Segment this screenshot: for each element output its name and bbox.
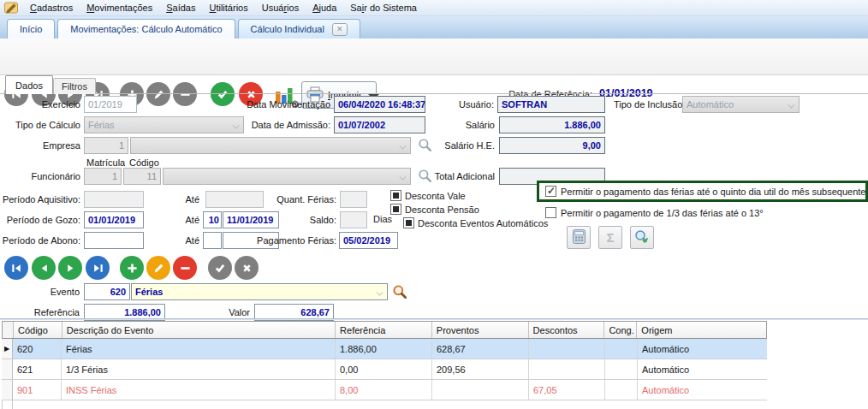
tab-dados[interactable]: Dados — [5, 75, 53, 94]
grid-cell-referencia[interactable]: 8,00 — [336, 380, 432, 400]
app-window: CadastrosMovimentaçõesSaídasUtilitáriosU… — [0, 0, 868, 409]
event-nav-next-button[interactable] — [58, 256, 82, 280]
grid-cell-referencia[interactable]: 0,00 — [336, 359, 432, 379]
chevron-down-icon — [788, 102, 795, 107]
funcionario-select[interactable] — [163, 168, 411, 185]
grid-column-header-descontos[interactable]: Descontos — [529, 322, 605, 338]
preview-report-button[interactable] — [630, 226, 654, 249]
salario-he-field: 9,00 — [499, 137, 605, 154]
empresa-select[interactable] — [130, 137, 411, 154]
grid-cell-descricao[interactable]: 1/3 Férias — [62, 359, 336, 379]
doc-tab-movimenta-es-c-lculo-autom-tico[interactable]: Movimentações: Cálculo Automático — [57, 19, 235, 39]
tipo-inclusao-select[interactable]: Automático — [682, 96, 800, 113]
grid-cell-descricao[interactable]: INSS Férias — [62, 380, 336, 400]
tab-filtros[interactable]: Filtros — [53, 78, 96, 94]
ate-label: Até — [171, 235, 199, 246]
event-add-button[interactable] — [120, 256, 144, 280]
grid-cell-descricao[interactable]: Férias — [62, 339, 336, 359]
row-selector-cell[interactable] — [2, 380, 13, 400]
quant-ferias-label: Quant. Férias: — [257, 194, 336, 204]
grid-selector-column-tail — [2, 400, 13, 409]
grid-cell-descontos[interactable] — [529, 339, 605, 359]
menu-item-utilit-rios[interactable]: Utilitários — [202, 2, 254, 14]
periodo-abono-label: Período de Abono: — [0, 235, 80, 246]
gozo-dias-field[interactable]: 10 — [203, 211, 222, 228]
event-nav-prev-button[interactable] — [32, 256, 56, 280]
funcionario-matricula-field[interactable]: 1 — [84, 168, 122, 185]
menu-item-sa-das[interactable]: Saídas — [159, 2, 202, 14]
codigo-label: Código — [129, 157, 159, 168]
grid-cell-proventos[interactable] — [432, 380, 529, 400]
grid-column-header-proventos[interactable]: Proventos — [432, 322, 529, 338]
permitir-terco-checkbox[interactable] — [545, 207, 556, 218]
evento-codigo-field[interactable]: 620 — [84, 283, 130, 300]
pagamento-ferias-field[interactable]: 05/02/2019 — [339, 232, 398, 249]
grid-cell-proventos[interactable]: 209,56 — [432, 359, 529, 379]
grid-cell-cong[interactable] — [605, 359, 638, 379]
grid-cell-proventos[interactable]: 628,67 — [432, 339, 529, 359]
tab-close-icon[interactable]: ✕ — [332, 23, 348, 36]
evento-search-icon[interactable] — [392, 284, 407, 299]
event-nav-first-button[interactable] — [4, 256, 28, 280]
desconta-eventos-checkbox[interactable] — [403, 217, 414, 228]
menu-item-cadastros[interactable]: Cadastros — [23, 2, 80, 14]
tipo-calculo-label: Tipo de Cálculo — [0, 120, 80, 130]
gozo-inicio-field[interactable]: 01/01/2019 — [84, 211, 144, 228]
abono-inicio-field[interactable] — [84, 232, 144, 249]
grid-column-header-refer-ncia[interactable]: Referência — [336, 322, 432, 338]
event-cancel-button[interactable] — [235, 256, 259, 280]
calculator-button[interactable] — [567, 226, 591, 249]
grid-cell-referencia[interactable]: 1.886,00 — [336, 339, 432, 359]
abono-dias-field[interactable] — [203, 232, 222, 249]
grid-cell-origem[interactable]: Automático — [638, 339, 767, 359]
grid-column-header-c-digo[interactable]: Código — [14, 322, 62, 338]
funcionario-codigo-field[interactable]: 11 — [123, 168, 161, 185]
permitir-quinto-dia-checkbox[interactable] — [545, 186, 556, 197]
grid-cell-descontos[interactable] — [529, 359, 605, 379]
exercicio-label: Exercício — [0, 99, 80, 110]
event-delete-button[interactable] — [173, 256, 197, 280]
grid-column-header-origem[interactable]: Origem — [637, 322, 766, 338]
aquisitivo-inicio-field[interactable] — [84, 191, 144, 208]
empresa-label: Empresa — [0, 140, 80, 151]
empresa-codigo-field[interactable]: 1 — [84, 137, 128, 154]
ate-label: Até — [171, 215, 199, 225]
row-selector-cell[interactable] — [2, 359, 13, 379]
menu-item-sair-do-sistema[interactable]: Sair do Sistema — [343, 2, 424, 14]
grid-cell-codigo[interactable]: 620 — [13, 339, 62, 359]
tipo-calculo-select[interactable]: Férias — [84, 116, 244, 133]
menu-item-usu-rios[interactable]: Usuários — [255, 2, 306, 14]
table-row[interactable]: 901INSS Férias8,0067,05Automático — [2, 380, 767, 400]
menu-item-movimenta-es[interactable]: Movimentações — [80, 2, 159, 14]
grid-cell-codigo[interactable]: 621 — [13, 359, 62, 379]
event-nav-last-button[interactable] — [86, 256, 110, 280]
desconta-vale-checkbox[interactable] — [390, 190, 401, 201]
doc-tab-c-lculo-individual[interactable]: Cálculo Individual✕ — [238, 19, 360, 39]
exercicio-field[interactable]: 01/2019 — [84, 96, 137, 113]
evento-select[interactable]: Férias — [131, 283, 388, 300]
desconta-pensao-checkbox[interactable] — [390, 204, 401, 215]
usuario-field: SOFTRAN — [497, 96, 605, 113]
grid-cell-codigo[interactable]: 901 — [13, 380, 62, 400]
grid-cell-cong[interactable] — [605, 339, 638, 359]
doc-tab-in-cio[interactable]: Início — [7, 19, 55, 39]
event-confirm-button[interactable] — [208, 256, 232, 280]
menu-item-ajuda[interactable]: Ajuda — [306, 2, 343, 14]
grid-cell-origem[interactable]: Automático — [638, 380, 767, 400]
grid-cell-descontos[interactable]: 67,05 — [529, 380, 605, 400]
table-row[interactable]: 6211/3 Férias0,00209,56Automático — [2, 359, 767, 380]
periodo-gozo-label: Período de Gozo: — [0, 215, 80, 225]
page-tabs-rule — [0, 93, 868, 94]
grid-cell-cong[interactable] — [605, 380, 638, 400]
sum-button[interactable]: Σ — [598, 226, 622, 249]
saldo-field[interactable] — [340, 211, 367, 228]
aquisitivo-fim-field[interactable] — [205, 191, 264, 208]
event-edit-button[interactable] — [146, 256, 170, 280]
doc-tab-label: Cálculo Individual — [251, 24, 324, 34]
grid-column-header-cong-[interactable]: Cong. — [604, 322, 637, 338]
quant-ferias-field[interactable] — [340, 191, 367, 208]
row-pointer-icon[interactable]: ▶ — [2, 339, 13, 359]
grid-cell-origem[interactable]: Automático — [638, 359, 767, 379]
grid-column-header-descri-o-do-evento[interactable]: Descrição do Evento — [62, 322, 336, 338]
table-row[interactable]: ▶620Férias1.886,00628,67Automático — [2, 339, 767, 359]
